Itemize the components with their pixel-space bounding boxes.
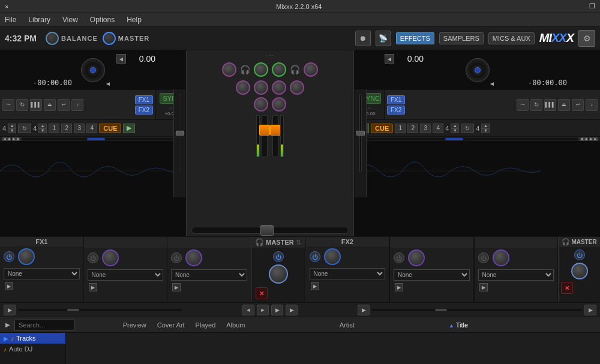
left-split1[interactable]: 1 [49,124,59,133]
right-vinyl[interactable] [466,58,490,82]
left-ctrl-note[interactable]: ♪ [71,99,83,111]
left-transport-play[interactable]: ▶ [4,305,16,315]
left-gain-knob[interactable] [236,80,250,95]
right-ctrl-eject[interactable]: ⏏ [558,99,570,111]
right-sync-minus[interactable]: − [368,105,371,111]
lib-col-cover[interactable]: Cover Art [152,321,190,329]
master-power-btn[interactable]: ⏻ [273,251,284,262]
right-loop-toggle[interactable]: ↻ [461,124,474,133]
right-split2[interactable]: 2 [407,124,418,133]
left-loop-toggle[interactable]: ↻ [18,124,31,133]
sidebar-item-tracks[interactable]: ▶ ♪ Tracks [0,333,65,344]
left-nav-back[interactable]: ◄◄ ►► [2,137,20,141]
right-eq-high[interactable] [272,62,286,77]
menu-view[interactable]: View [60,14,80,25]
fx2-play3-right[interactable]: ▶ [479,283,488,291]
left-filter-knob[interactable] [254,97,268,112]
left-eq-high[interactable] [222,62,236,77]
right-master-power-btn[interactable]: ⏻ [574,249,585,260]
right-nav-back[interactable]: ◄◄ [580,137,588,141]
menu-file[interactable]: File [2,14,19,25]
close-button[interactable]: × [5,3,8,10]
right-split3[interactable]: 3 [420,124,431,133]
micsaux-button[interactable]: MICS & AUX [488,32,535,44]
fx1-knob1-left[interactable] [18,248,35,265]
left-split4[interactable]: 4 [86,124,97,133]
left-loop-num1-down[interactable]: ▼ [8,128,16,133]
record-icon[interactable]: ⏺ [355,31,371,46]
fx2-play2-right[interactable]: ▶ [395,283,403,291]
menu-options[interactable]: Options [88,14,117,25]
fx1-select1-left[interactable]: None [4,268,80,279]
fx1-knob2-left[interactable] [102,249,119,266]
right-split4[interactable]: 4 [433,124,443,133]
left-sync-minus[interactable]: − [169,105,172,111]
right-fx1-button[interactable]: FX1 [387,95,405,104]
sidebar-item-autodj[interactable]: ♪ Auto DJ [0,344,65,354]
left-channel-fader-handle[interactable] [259,125,270,136]
master-knob-main[interactable] [269,264,288,284]
right-loop-num1-down[interactable]: ▼ [451,128,459,133]
fx1-play1-left[interactable]: ▶ [5,282,13,290]
right-ctrl-meter[interactable]: ▌▌▌ [544,99,556,111]
lib-col-artist[interactable]: Artist [335,321,359,329]
right-filter-knob[interactable] [272,97,286,112]
lib-col-played[interactable]: Played [191,321,221,329]
menu-library[interactable]: Library [26,14,53,25]
center-transport-play[interactable]: ▶ [271,305,283,315]
fx2-power-right[interactable]: ⏻ [310,251,320,262]
left-speed-indicator[interactable] [87,138,105,140]
fx2-knob3-right[interactable] [493,249,509,266]
left-bpm-down[interactable]: ◄ [116,54,126,64]
fx1-select2-left[interactable]: None [88,269,164,281]
right-split1[interactable]: 1 [395,124,406,133]
right-eq-low[interactable] [290,80,304,95]
fx2-knob2-right[interactable] [408,249,425,266]
fx2-power2-right[interactable]: ⏻ [394,252,404,263]
left-ctrl-wave[interactable]: 〜 [2,99,14,111]
menu-help[interactable]: Help [124,14,144,25]
left-vinyl[interactable] [81,58,105,82]
left-fx1-button[interactable]: FX1 [135,95,153,104]
left-arrow-small[interactable]: ◄ [105,80,111,87]
right-nav-forward[interactable]: ►► [589,137,598,141]
search-input[interactable] [14,320,74,330]
fx2-power3-right[interactable]: ⏻ [478,252,489,263]
fx-x-button-1[interactable]: ✕ [256,287,268,299]
lib-col-preview[interactable]: Preview [118,321,151,329]
left-loop-num2-up[interactable]: ▲ [38,124,47,128]
left-eq-low[interactable] [254,80,268,95]
lib-play-button[interactable]: ▶ [2,320,13,330]
fx1-play2-left[interactable]: ▶ [89,283,97,291]
fx1-power3-left[interactable]: ⏻ [171,252,182,263]
settings-button[interactable]: ⚙ [578,30,595,47]
right-headphone-icon[interactable]: 🎧 [290,65,300,74]
right-ctrl-note[interactable]: ♪ [586,99,598,111]
left-eq-mid[interactable] [254,62,268,77]
right-loop-num1-up[interactable]: ▲ [451,124,459,128]
left-play-button[interactable]: ▶ [123,124,135,133]
left-fx2-button[interactable]: FX2 [135,106,153,115]
left-headphone-icon[interactable]: 🎧 [240,65,250,74]
center-transport-play2[interactable]: ▶ [286,305,298,315]
right-pitch-handle[interactable] [356,131,365,136]
right-ctrl-wave[interactable]: 〜 [517,99,529,111]
right-gain-knob[interactable] [272,80,286,95]
left-split2[interactable]: 2 [61,124,72,133]
left-ctrl-loop[interactable]: ↻ [16,99,28,111]
fx1-play3-left[interactable]: ▶ [172,283,181,291]
lib-col-album[interactable]: Album [221,321,250,329]
crossfader-handle[interactable] [260,225,274,236]
fx1-power2-left[interactable]: ⏻ [88,252,98,263]
left-ctrl-eject[interactable]: ⏏ [44,99,56,111]
maximize-button[interactable]: ❐ [589,2,595,10]
center-transport-next[interactable]: ► [257,305,269,315]
right-ctrl-loop[interactable]: ↻ [530,99,542,111]
right-fx-x-button[interactable]: ✕ [561,282,573,294]
left-loop-num2-down[interactable]: ▼ [38,128,47,133]
left-cue-button[interactable]: CUE [99,124,121,133]
lib-col-title[interactable]: ▲ Title [444,321,473,329]
right-speed-indicator[interactable] [445,138,463,140]
center-transport-prev[interactable]: ◄ [242,305,254,315]
right-master-knob[interactable] [571,263,588,279]
